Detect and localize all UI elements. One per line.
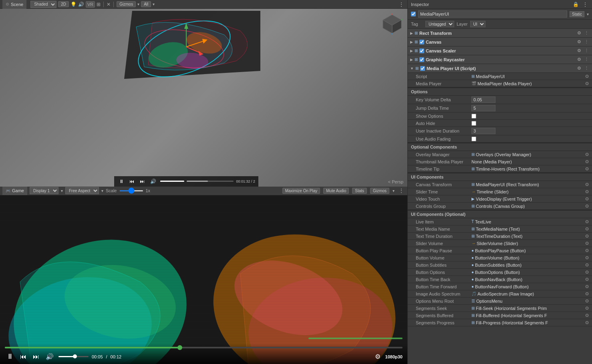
button-subtitles-link[interactable]: ⊙ [585,262,589,267]
graphic-raycaster-settings[interactable]: ⚙ [576,56,582,62]
quality-badge[interactable]: 1080p30 [385,354,403,359]
progress-bar[interactable] [5,347,403,348]
canvas-more[interactable]: ⋮ [584,39,590,45]
canvas-scaler-checkbox[interactable] [419,48,424,53]
2d-button[interactable]: 2D [58,1,69,7]
scene-play-btn[interactable]: ⏭ [138,178,146,185]
graphic-raycaster-more[interactable]: ⋮ [584,56,590,62]
image-audio-link[interactable]: ⊙ [585,291,589,296]
all-chevron[interactable]: ▾ [153,2,155,6]
volume-btn[interactable]: 🔊 [44,352,55,361]
more-options-btn[interactable]: ⋮ [398,1,405,8]
inspector-lock-btn[interactable]: 🔒 [572,1,580,8]
segments-buffered-link[interactable]: ⊙ [585,313,589,318]
segments-seek-link[interactable]: ⊙ [585,306,589,311]
media-player-ui-checkbox[interactable] [420,66,425,71]
slider-volume-link[interactable]: ⊙ [585,241,589,246]
game-more-btn[interactable]: ⋮ [398,187,405,194]
scene-progress[interactable] [187,181,234,182]
segments-progress-link[interactable]: ⊙ [585,320,589,325]
button-time-forward-link[interactable]: ⊙ [585,284,589,289]
use-audio-fading-checkbox[interactable] [471,137,476,141]
thumbnail-link-btn[interactable]: ⊙ [585,159,589,164]
text-media-name-value: ⊞ TextMediaName (Text) [471,227,520,231]
canvas-scaler-header[interactable]: ▶ ⊞ Canvas Scaler ⚙ ⋮ [408,46,592,55]
gizmos-button[interactable]: Gizmos [117,1,136,7]
stats-btn[interactable]: Stats [352,188,367,194]
controls-group-link[interactable]: ⊙ [585,203,589,209]
media-player-ui-settings[interactable]: ⚙ [576,65,582,71]
graphic-raycaster-header[interactable]: ▶ ⊞ Graphic Raycaster ⚙ ⋮ [408,55,592,64]
close-icon[interactable]: ✕ [107,2,111,7]
static-chevron[interactable]: ▾ [587,12,589,16]
rect-transform-header[interactable]: ▶ ⊞ Rect Transform ⚙ ⋮ [408,29,592,38]
key-volume-delta-input[interactable] [471,97,495,103]
auto-hide-checkbox[interactable] [471,121,476,126]
shading-dropdown[interactable]: Shaded [30,1,56,8]
image-audio-spectrum-row: Image Audio Spectrum 🎵 AudioSpectrum (Ra… [408,290,592,298]
gameobject-active-checkbox[interactable] [411,12,416,16]
canvas-settings[interactable]: ⚙ [576,39,582,45]
slider-time-label: Slider Time [416,189,470,194]
canvas-scaler-more[interactable]: ⋮ [584,48,590,54]
all-button[interactable]: All [141,1,151,7]
button-options-row: Button Options ● ButtonOptions (Button) … [408,269,592,276]
jump-delta-time-input[interactable] [471,105,495,111]
inspector-more-btn[interactable]: ⋮ [582,1,589,8]
slider-time-link[interactable]: ⊙ [585,189,589,194]
grid-icon[interactable]: ⊞ [97,2,101,7]
scene-rewind-btn[interactable]: ⏮ [128,178,136,185]
scene-volume-btn[interactable]: 🔊 [149,178,158,185]
maximize-btn[interactable]: Maximize On Play [282,188,320,194]
text-time-duration-link[interactable]: ⊙ [585,233,589,239]
text-media-name-link[interactable]: ⊙ [585,226,589,231]
scale-slider[interactable] [119,190,143,191]
rect-transform-more[interactable]: ⋮ [584,30,590,36]
audio-icon[interactable]: 🔊 [78,2,84,7]
canvas-header[interactable]: ▶ ⊞ Canvas ⚙ ⋮ [408,38,592,46]
tag-select[interactable]: Untagged [425,21,454,27]
rewind-btn[interactable]: ⏮ [18,352,28,361]
options-menu-link[interactable]: ⊙ [585,298,589,304]
media-player-ui-header[interactable]: ▼ ⊞ Media Player UI (Script) ⚙ ⋮ [408,64,592,73]
rect-transform-settings[interactable]: ⚙ [576,30,582,36]
scene-pause-btn[interactable]: ⏸ [117,178,125,185]
aspect-dropdown[interactable]: Free Aspect [65,187,99,194]
mute-btn[interactable]: Mute Audio [323,188,349,194]
button-volume-link[interactable]: ⊙ [585,255,589,260]
overlay-link-btn[interactable]: ⊙ [585,152,589,157]
forward-btn[interactable]: ⏭ [31,352,41,361]
canvas-transform-link[interactable]: ⊙ [585,182,589,187]
vr-icon[interactable]: VR [86,1,95,8]
video-touch-link[interactable]: ⊙ [585,196,589,201]
gizmos-chevron[interactable]: ▾ [137,2,139,6]
settings-btn[interactable]: ⚙ [373,352,382,361]
media-player-ui-more[interactable]: ⋮ [584,65,590,71]
user-inactive-duration-input[interactable] [471,128,495,134]
light-icon[interactable]: 💡 [70,2,77,7]
scene-volume-bar[interactable] [160,181,184,182]
game-tab[interactable]: 🎮 Game [2,187,27,195]
media-player-link-btn[interactable]: ⊙ [585,81,589,86]
overlay-icon: ⊞ [471,152,475,157]
timeline-link-btn[interactable]: ⊙ [585,166,589,171]
volume-slider[interactable] [58,356,89,357]
gizmos-game-btn[interactable]: Gizmos [370,188,389,194]
layer-select[interactable]: UI [470,21,485,27]
show-options-checkbox[interactable] [471,114,476,119]
button-options-link[interactable]: ⊙ [585,269,589,275]
script-link-btn[interactable]: ⊙ [585,74,589,79]
button-time-back-link[interactable]: ⊙ [585,277,589,282]
live-item-link[interactable]: ⊙ [585,219,589,224]
gameobject-name-field[interactable]: MediaPlayerUI [418,10,567,18]
gizmo-cube[interactable] [381,13,403,35]
display-dropdown[interactable]: Display 1 [30,187,58,194]
inspector-scroll[interactable]: ▶ ⊞ Rect Transform ⚙ ⋮ ▶ ⊞ Canvas ⚙ ⋮ ▶ … [408,29,592,364]
scene-tab[interactable]: ⚙ Scene [2,0,26,9]
slider-time-row: Slider Time → Timeline (Slider) ⊙ [408,188,592,195]
canvas-scaler-settings[interactable]: ⚙ [576,48,582,54]
button-play-pause-link[interactable]: ⊙ [585,248,589,253]
play-pause-btn[interactable]: ⏸ [5,352,15,362]
graphic-raycaster-checkbox[interactable] [419,57,424,62]
canvas-checkbox[interactable] [419,40,424,44]
